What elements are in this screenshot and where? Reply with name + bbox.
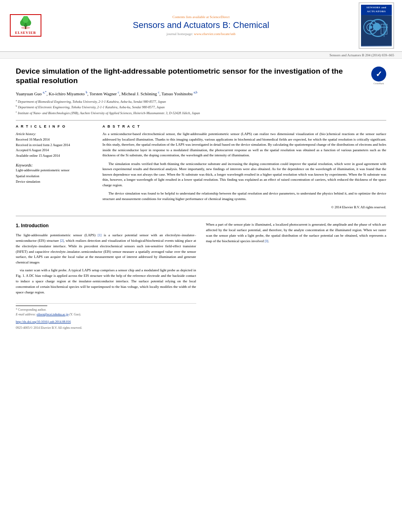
sensors-decorative-icon [361, 15, 392, 46]
keyword-1: Light-addressable potentiometric sensor [16, 167, 95, 173]
journal-header: ELSEVIER Contents lists available at Sci… [0, 0, 402, 52]
journal-title-center: Contents lists available at ScienceDirec… [43, 15, 359, 36]
elsevier-tree-icon [16, 16, 35, 30]
available-date: Available online 15 August 2014 [16, 153, 95, 159]
ref-1-link[interactable]: [1] [98, 234, 101, 237]
footnote-divider [16, 306, 47, 306]
affiliation-a: a Department of Biomedical Engineering, … [16, 98, 386, 104]
keywords-section: Keywords: Light-addressable potentiometr… [16, 163, 95, 184]
copyright-text: © 2014 Elsevier B.V. All rights reserved… [102, 205, 386, 210]
citation-bar: Sensors and Actuators B 204 (2014) 659–6… [0, 52, 402, 59]
footer-area: * Corresponding author. E-mail address: … [16, 303, 196, 317]
keyword-2: Spatial resolution [16, 173, 95, 179]
abstract-text: As a semiconductor-based electrochemical… [102, 132, 386, 210]
article-info-header: A R T I C L E I N F O [16, 124, 95, 128]
keyword-3: Device simulation [16, 179, 95, 184]
body-divider [16, 216, 386, 216]
revised-date: Received in revised form 2 August 2014 [16, 143, 95, 148]
sensors-logo-text: SENSORS and ACTUATORS [361, 5, 392, 15]
body-content: 1. Introduction The light-addressable po… [16, 222, 386, 330]
body-col-left: 1. Introduction The light-addressable po… [16, 222, 196, 330]
corresponding-note: * Corresponding author. [16, 308, 196, 312]
article-info-abstract-row: A R T I C L E I N F O Article history: R… [16, 124, 386, 210]
issn-line: 0925-4005/© 2014 Elsevier B.V. All right… [16, 326, 196, 330]
article-title: Device simulation of the light-addressab… [16, 67, 359, 86]
ref-3-link[interactable]: [3] [264, 239, 268, 243]
abstract-para2: The simulation results verified that bot… [102, 161, 386, 188]
intro-para1: The light-addressable potentiometric sen… [16, 233, 196, 266]
intro-section-title: 1. Introduction [16, 222, 196, 230]
page-wrapper: ELSEVIER Contents lists available at Sci… [0, 0, 402, 338]
citation-text: Sensors and Actuators B 204 (2014) 659–6… [329, 53, 394, 57]
crossmark-container: ✓ CrossMark [371, 67, 386, 85]
sensors-logo-image [361, 15, 392, 46]
body-col-right: When a part of the sensor plate is illum… [206, 222, 387, 330]
authors-text: Yuanyuan Guo a,*, Ko-ichiro Miyamoto b, … [16, 91, 197, 96]
crossmark-icon: ✓ [371, 67, 386, 82]
sciencedirect-info: Contents lists available at ScienceDirec… [51, 15, 351, 19]
email-link[interactable]: eileen@ecei.tohoku.ac.jp [37, 313, 69, 316]
abstract-header: A B S T R A C T [102, 124, 386, 128]
doi-line: http://dx.doi.org/10.1016/j.snb.2014.08.… [16, 319, 196, 325]
title-row: Device simulation of the light-addressab… [16, 67, 386, 86]
history-label: Article history: [16, 132, 36, 136]
received-date: Received 16 March 2014 [16, 137, 95, 143]
affiliation-b: b Department of Electronic Engineering, … [16, 104, 386, 110]
elsevier-brand-text: ELSEVIER [15, 31, 36, 35]
affiliation-c: c Institute of Nano- and Biotechnologies… [16, 110, 386, 116]
main-content: Device simulation of the light-addressab… [0, 59, 402, 339]
section-divider [16, 120, 386, 120]
sciencedirect-label: ScienceDirect [210, 15, 229, 19]
sensors-actuators-logo: SENSORS and ACTUATORS [359, 2, 394, 49]
abstract-para3: The device simulation was found to be he… [102, 191, 386, 202]
keywords-list: Light-addressable potentiometric sensor … [16, 167, 95, 184]
abstract-para1: As a semiconductor-based electrochemical… [102, 132, 386, 158]
article-history: Article history: Received 16 March 2014 … [16, 132, 95, 158]
intro-para2: via raster scan with a light probe. A ty… [16, 268, 196, 295]
homepage-link[interactable]: www.elsevier.com/locate/snb [194, 32, 235, 36]
doi-link[interactable]: http://dx.doi.org/10.1016/j.snb.2014.08.… [16, 320, 71, 324]
affiliations: a Department of Biomedical Engineering, … [16, 98, 386, 116]
svg-point-9 [369, 26, 372, 29]
article-info-column: A R T I C L E I N F O Article history: R… [16, 124, 95, 210]
keywords-label: Keywords: [16, 163, 33, 167]
ref-2-link[interactable]: [2] [60, 239, 63, 243]
crossmark-text: CrossMark [374, 82, 384, 85]
contents-label: Contents lists available at [173, 15, 209, 19]
journal-name: Sensors and Actuators B: Chemical [51, 20, 351, 30]
journal-homepage: journal homepage: www.elsevier.com/locat… [51, 32, 351, 36]
authors-line: Yuanyuan Guo a,*, Ko-ichiro Miyamoto b, … [16, 91, 386, 96]
email-label: E-mail address: [16, 313, 36, 316]
email-line: E-mail address: eileen@ecei.tohoku.ac.jp… [16, 312, 196, 317]
intro-para3: When a part of the sensor plate is illum… [206, 222, 387, 244]
abstract-column: A B S T R A C T As a semiconductor-based… [102, 124, 386, 210]
email-suffix: (Y. Guo). [69, 313, 81, 316]
elsevier-logo: ELSEVIER [8, 14, 43, 37]
accepted-date: Accepted 6 August 2014 [16, 148, 95, 153]
